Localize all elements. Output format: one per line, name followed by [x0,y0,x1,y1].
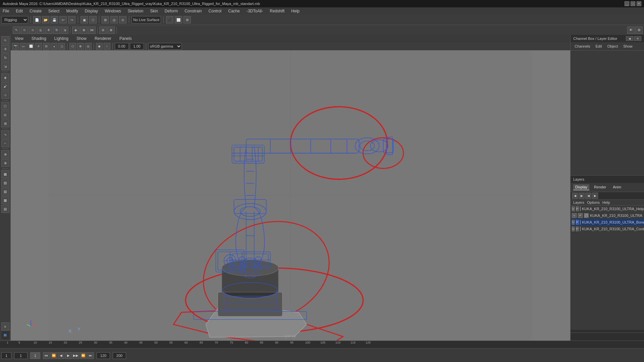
layers-opt-help[interactable]: Help [602,200,610,204]
paint-tool[interactable]: 🖌 [1,82,9,90]
go-to-end-btn[interactable]: ⏭ [87,352,94,359]
layers-nav-back2[interactable]: ◀ [585,193,591,199]
range-end-input[interactable]: 120 [97,352,110,359]
layer-1[interactable]: ▦ [1,170,9,178]
channel-box-close-btn[interactable]: ✕ [634,36,641,41]
select-mode-button[interactable]: ▣ [80,16,88,23]
joint-tool[interactable]: ⊕ [1,150,9,158]
menu-modify[interactable]: Modify [65,8,79,14]
play-btn[interactable]: ▶ [65,352,72,359]
scale-lt-tool[interactable]: ⇲ [1,62,9,70]
range-start-input[interactable]: 1 [1,352,11,359]
layer-p-helpers[interactable]: P [576,206,579,211]
maximize-button[interactable]: □ [631,1,635,6]
vp-menu-show[interactable]: Show [75,36,88,42]
layers-nav-fwd2[interactable]: ▶ [592,193,598,199]
rotate-tool-button[interactable]: ↻ [53,26,60,34]
menu-windows[interactable]: Windows [103,8,122,14]
channel-tab-edit[interactable]: Edit [594,44,603,49]
titlebar-controls[interactable]: _ □ ✕ [625,1,641,6]
channel-box-collapse-btn[interactable]: ◀ [626,36,633,41]
menu-constrain[interactable]: Constrain [183,8,203,14]
display-color-btn[interactable]: ⬥ [51,43,57,50]
tool-settings-button[interactable]: ⚙ [635,26,643,34]
color-space-dropdown[interactable]: sRGB gamma [148,43,182,50]
poly-model-2[interactable]: ◎ [1,111,9,119]
bottom-lt-btn[interactable]: ≡ [1,322,9,330]
layers-opt-layers[interactable]: Layers [573,200,584,204]
layer-3[interactable]: ▨ [1,187,9,195]
filmgate-btn[interactable]: ▭ [20,43,26,50]
new-scene-button[interactable]: 📄 [33,16,41,23]
menu-create[interactable]: Create [28,8,43,14]
layer-4[interactable]: ▩ [1,196,9,204]
timeline-ruler[interactable]: 1 5 10 15 20 25 30 35 40 45 50 55 60 65 … [0,341,644,348]
minimize-button[interactable]: _ [625,1,629,6]
prev-frame-btn[interactable]: ◀ [58,352,64,359]
menu-control[interactable]: Control [207,8,223,14]
mode-dropdown[interactable]: Rigging [1,16,28,23]
orient-constraint-button[interactable]: ⊖ [99,26,107,34]
layers-tab-display[interactable]: Display [573,184,589,190]
subdiv-display-btn[interactable]: ◎ [85,43,92,50]
layer-p-controllers[interactable]: P [576,227,579,231]
layer-v-controllers[interactable]: V [572,227,575,231]
near-clip-input[interactable]: 0.00 [115,43,129,50]
layer-v-ultra[interactable]: V [572,213,577,218]
channel-tab-show[interactable]: Show [622,44,634,49]
lasso-tool-button[interactable]: ⊂ [21,26,28,34]
menu-cache[interactable]: Cache [227,8,241,14]
show-hide-button[interactable]: 👁 [627,26,635,34]
poly-model-1[interactable]: ⬡ [1,102,9,110]
layers-nav-back[interactable]: ◀ [572,193,578,199]
smooth-display-btn[interactable]: ⊕ [77,43,84,50]
layer-v-helpers[interactable]: V [572,206,575,211]
layers-opt-options[interactable]: Options [587,200,600,204]
lasso-select-button[interactable]: ⬡ [89,16,97,23]
snap-together-button[interactable]: ⋈ [88,26,96,34]
resolution-btn[interactable]: ⬜ [28,43,34,50]
xray-btn[interactable]: ◻ [58,43,65,50]
sculpt-tool[interactable]: ⊹ [1,91,9,99]
open-scene-button[interactable]: 📂 [42,16,49,23]
channel-tab-object[interactable]: Object [606,44,619,49]
layer-p-bones[interactable]: P [576,220,579,225]
layer-2[interactable]: ▧ [1,179,9,187]
render-settings-button[interactable]: ⚙ [183,16,191,23]
snap-grid-button[interactable]: ⊞ [102,16,109,23]
rotate-lt-tool[interactable]: ↻ [1,54,9,62]
far-clip-input[interactable]: 1.00 [130,43,144,50]
pivot-button[interactable]: ⊕ [80,26,88,34]
step-fwd-btn[interactable]: ⏩ [80,352,87,359]
layers-nav-fwd[interactable]: ▶ [579,193,585,199]
viewport-canvas[interactable]: X Y persp X Y Z [11,50,570,341]
layers-scroll[interactable] [571,330,644,333]
vp-menu-panels[interactable]: Panels [118,36,133,42]
undo-button[interactable]: ↩ [59,16,67,23]
menu-select[interactable]: Select [47,8,61,14]
menu-display[interactable]: Display [84,8,99,14]
soft-mod-button[interactable]: ◈ [72,26,79,34]
move-tool-button[interactable]: ✛ [45,26,52,34]
wireframe-on-shaded-btn[interactable]: ⊟ [43,43,50,50]
render-button[interactable]: ⬛ [166,16,173,23]
soft-select-button[interactable]: ⊆ [37,26,44,34]
layers-tab-render[interactable]: Render [592,184,608,190]
menu-help[interactable]: Help [290,8,301,14]
layer-v-bones[interactable]: V [572,220,575,225]
step-back-btn[interactable]: ⏪ [50,352,57,359]
menu-file[interactable]: File [1,8,10,14]
menu-edit[interactable]: Edit [14,8,24,14]
no-light-btn[interactable]: ○ [104,43,110,50]
play-fwd-btn[interactable]: ▶▶ [72,352,79,359]
menu-deform[interactable]: Deform [163,8,179,14]
layer-row-bones[interactable]: V P KUKA_KR_210_R3100_ULTRA_Bones [571,219,644,226]
save-scene-button[interactable]: 💾 [51,16,58,23]
menu-3dto[interactable]: -3DToAll- [245,8,264,14]
cursor-tool[interactable]: ↖ [1,36,9,44]
ipr-render-button[interactable]: ⬜ [175,16,182,23]
vp-menu-view[interactable]: View [13,36,25,42]
close-button[interactable]: ✕ [637,1,641,6]
redo-button[interactable]: ↪ [68,16,75,23]
curve-tool[interactable]: ∿ [1,130,9,138]
